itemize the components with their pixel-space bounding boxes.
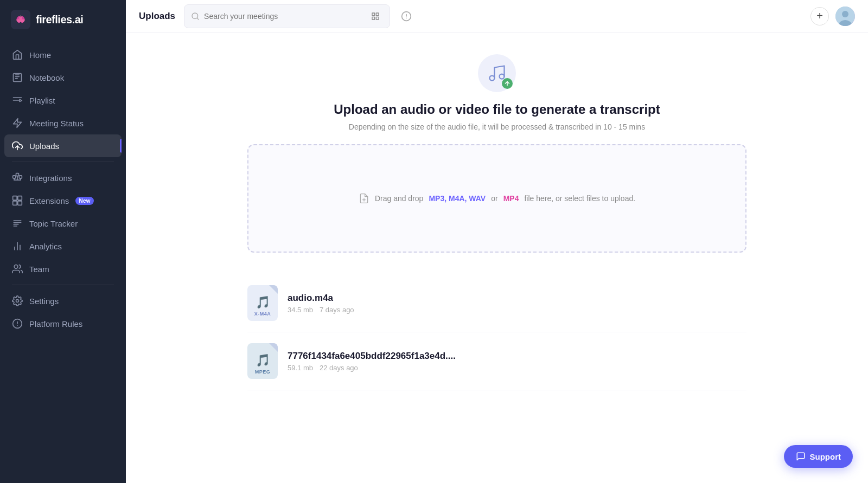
page-title: Uploads: [139, 11, 175, 22]
fireflies-logo-icon: [11, 10, 30, 29]
sidebar-item-playlist[interactable]: Playlist: [4, 89, 122, 112]
file-meta-1: 34.5 mb 7 days ago: [288, 306, 354, 314]
svg-rect-37: [372, 17, 375, 20]
drop-zone-text-prefix: Drag and drop: [375, 194, 424, 203]
svg-rect-19: [13, 201, 17, 205]
sidebar-item-label-extensions: Extensions: [29, 196, 69, 205]
nav-divider: [12, 162, 114, 162]
sidebar-item-label-topic-tracker: Topic Tracker: [29, 219, 78, 228]
drop-zone-text-or: or: [491, 194, 497, 203]
sidebar-item-label-home: Home: [29, 50, 51, 60]
drop-zone-text-suffix: file here, or select files to upload.: [524, 194, 635, 203]
sidebar-item-notebook[interactable]: Notebook: [4, 66, 122, 89]
content-area: Upload an audio or video file to generat…: [126, 33, 868, 483]
file-time-2: 22 days ago: [320, 364, 358, 372]
file-meta-2: 59.1 mb 22 days ago: [288, 364, 456, 372]
svg-point-46: [499, 74, 504, 79]
sidebar-item-label-uploads: Uploads: [29, 141, 59, 151]
team-icon: [12, 263, 23, 274]
sidebar-item-platform-rules[interactable]: Platform Rules: [4, 312, 122, 335]
sidebar-item-topic-tracker[interactable]: Topic Tracker: [4, 212, 122, 235]
file-music-icon-2: 🎵: [256, 353, 270, 368]
extensions-new-badge: New: [75, 197, 93, 205]
sidebar-item-label-meeting-status: Meeting Status: [29, 119, 84, 128]
file-name-2: 7776f1434fa6e405bddf22965f1a3e4d....: [288, 351, 456, 362]
svg-point-28: [14, 265, 18, 269]
support-icon: [796, 452, 806, 461]
sidebar-item-label-team: Team: [29, 265, 49, 274]
analytics-icon: [12, 241, 23, 252]
main-content: Uploads +: [126, 0, 868, 483]
sidebar-item-integrations[interactable]: Integrations: [4, 166, 122, 189]
svg-marker-7: [20, 99, 22, 101]
drop-zone-formats-colored: MP3, M4A, WAV: [429, 194, 486, 203]
sidebar-item-meeting-status[interactable]: Meeting Status: [4, 112, 122, 134]
drop-zone[interactable]: Drag and drop MP3, M4A, WAV or MP4 file …: [247, 144, 746, 253]
platform-rules-icon: [12, 318, 23, 329]
file-list: 🎵 X-M4A audio.m4a 34.5 mb 7 days ago 🎵: [247, 274, 746, 390]
logo-text: fireflies.ai: [36, 14, 83, 26]
file-info-1: audio.m4a 34.5 mb 7 days ago: [288, 293, 354, 314]
file-time-1: 7 days ago: [320, 306, 354, 314]
info-icon[interactable]: [399, 9, 414, 24]
header-right: +: [810, 7, 855, 26]
svg-rect-20: [18, 201, 22, 205]
svg-point-29: [16, 300, 19, 302]
search-input[interactable]: [204, 12, 363, 21]
sidebar-item-label-playlist: Playlist: [29, 96, 55, 105]
file-name-1: audio.m4a: [288, 293, 354, 304]
sidebar-item-team[interactable]: Team: [4, 257, 122, 280]
sidebar: fireflies.ai Home Notebook Playlist Meet…: [0, 0, 126, 483]
support-button[interactable]: Support: [784, 445, 853, 468]
upload-hero: Upload an audio or video file to generat…: [334, 54, 660, 131]
svg-rect-18: [18, 196, 22, 201]
sidebar-item-analytics[interactable]: Analytics: [4, 235, 122, 257]
nav-divider-2: [12, 285, 114, 285]
meeting-status-icon: [12, 118, 23, 128]
home-icon: [12, 49, 23, 60]
sidebar-item-label-settings: Settings: [29, 297, 59, 306]
file-info-2: 7776f1434fa6e405bddf22965f1a3e4d.... 59.…: [288, 351, 456, 372]
settings-icon: [12, 295, 23, 306]
upload-hero-title: Upload an audio or video file to generat…: [334, 102, 660, 117]
sidebar-item-home[interactable]: Home: [4, 43, 122, 66]
sidebar-item-extensions[interactable]: Extensions New: [4, 189, 122, 212]
filter-icon[interactable]: [368, 9, 383, 24]
file-type-label-1: X-M4A: [254, 311, 271, 317]
file-item[interactable]: 🎵 X-M4A audio.m4a 34.5 mb 7 days ago: [247, 274, 746, 332]
sidebar-item-label-notebook: Notebook: [29, 73, 64, 82]
playlist-icon: [12, 95, 23, 106]
avatar-img: [835, 7, 855, 26]
sidebar-navigation: Home Notebook Playlist Meeting Status Up…: [0, 43, 126, 483]
svg-point-43: [842, 11, 848, 17]
svg-line-34: [197, 18, 199, 20]
sidebar-item-label-analytics: Analytics: [29, 242, 62, 251]
svg-rect-17: [13, 196, 17, 201]
sidebar-item-label-platform-rules: Platform Rules: [29, 319, 82, 329]
notebook-icon: [12, 72, 23, 83]
avatar[interactable]: [835, 7, 855, 26]
upload-hero-subtitle: Depending on the size of the audio file,…: [349, 123, 645, 131]
add-button[interactable]: +: [810, 7, 829, 25]
file-music-icon-1: 🎵: [256, 295, 270, 310]
file-item-2[interactable]: 🎵 MPEG 7776f1434fa6e405bddf22965f1a3e4d.…: [247, 332, 746, 390]
file-size-2: 59.1 mb: [288, 364, 313, 372]
extensions-icon: [12, 195, 23, 206]
file-size-1: 34.5 mb: [288, 306, 313, 314]
svg-point-45: [489, 76, 494, 81]
integrations-icon: [12, 172, 23, 183]
sidebar-item-uploads[interactable]: Uploads: [4, 134, 122, 157]
header: Uploads +: [126, 0, 868, 33]
file-icon-2: 🎵 MPEG: [247, 343, 278, 379]
file-type-label-2: MPEG: [255, 369, 271, 375]
sidebar-item-settings[interactable]: Settings: [4, 289, 122, 312]
file-icon-1: 🎵 X-M4A: [247, 285, 278, 321]
svg-rect-36: [376, 13, 379, 16]
search-icon: [191, 12, 200, 21]
support-button-label: Support: [810, 452, 841, 461]
logo[interactable]: fireflies.ai: [0, 0, 126, 39]
search-bar[interactable]: [184, 4, 390, 28]
topic-tracker-icon: [12, 218, 23, 229]
drop-zone-content: Drag and drop MP3, M4A, WAV or MP4 file …: [359, 193, 635, 204]
drop-zone-format-mp4: MP4: [503, 194, 519, 203]
